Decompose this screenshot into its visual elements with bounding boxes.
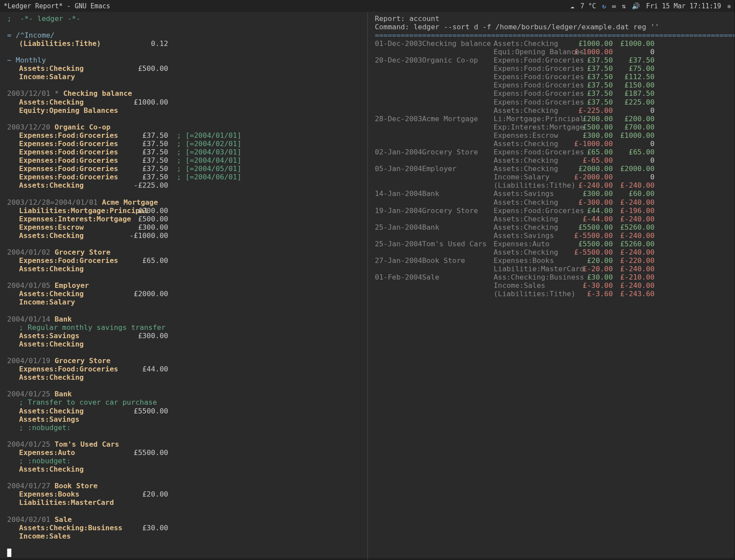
- report-row: (Liabilities:Tithe)£-3.60£-243.60: [375, 290, 731, 298]
- row-amount: £1000.00: [571, 39, 612, 48]
- posting-account: Assets:Checking: [19, 265, 126, 273]
- row-payee: Acme Mortgage: [422, 115, 494, 123]
- row-amount: £-300.00: [571, 198, 612, 206]
- posting-amount: -£225.00: [126, 181, 168, 189]
- row-date: 14-Jan-2004: [375, 189, 418, 198]
- right-pane[interactable]: Report: account Command: ledger --sort d…: [368, 12, 735, 560]
- report-row: Expenses:Escrow£300.00£1000.00: [375, 131, 731, 140]
- row-amount: £37.50: [571, 64, 612, 73]
- row-amount: £-1000.00: [571, 48, 612, 56]
- row-account: Expens:Food:Groceries: [494, 64, 571, 73]
- row-amount: £300.00: [571, 189, 612, 198]
- posting-account: Equity:Opening Balances: [19, 106, 126, 115]
- posting-account: Expenses:Food:Groceries: [19, 156, 126, 164]
- row-amount: £37.50: [571, 56, 612, 64]
- row-account: Assets:Checking: [494, 198, 571, 206]
- posting-amount: £500.00: [126, 215, 168, 223]
- posting-account: Liabilities:Mortgage:Principal: [19, 206, 126, 215]
- posting-account: Assets:Checking: [19, 373, 126, 382]
- txn-date: 2003/12/28=2004/01/01: [7, 198, 98, 206]
- volume-icon[interactable]: 🔊: [632, 2, 640, 10]
- point-cursor: ▮: [7, 549, 11, 557]
- row-date: 01-Dec-2003: [375, 39, 418, 48]
- ledger-report-buffer[interactable]: Report: account Command: ledger --sort d…: [368, 12, 735, 558]
- report-row: Liabilitie:MasterCard£-20.00£-240.00: [375, 265, 731, 273]
- row-amount: £37.50: [571, 73, 612, 81]
- row-amount: £-20.00: [571, 265, 612, 273]
- row-account: Assets:Checking: [494, 106, 571, 115]
- posting-account: Expenses:Food:Groceries: [19, 164, 126, 173]
- report-row: Equi:Opening Balances£-1000.000: [375, 48, 731, 56]
- row-date: 25-Jan-2004: [375, 240, 418, 248]
- row-account: Expens:Food:Groceries: [494, 148, 571, 156]
- txn-date: 2003/12/01: [7, 89, 50, 98]
- row-payee: Book Store: [422, 256, 494, 265]
- posting-amount: £20.00: [126, 490, 168, 498]
- posting-note: ; [=2004/02/01]: [177, 140, 242, 148]
- row-account: Assets:Checking: [494, 140, 571, 148]
- report-row: Assets:Checking£-65.000: [375, 156, 731, 164]
- weather-icon: ☁: [570, 2, 574, 10]
- posting-amount: £65.00: [126, 256, 168, 265]
- row-amount: £-65.00: [571, 156, 612, 164]
- row-account: Expenses:Auto: [494, 240, 571, 248]
- txn-comment: ; :nobudget:: [19, 457, 71, 465]
- row-total: £-240.00: [613, 281, 654, 290]
- row-amount: £37.50: [571, 98, 612, 106]
- clock: Fri 15 Mar 17:11:19: [646, 2, 721, 10]
- row-total: £-240.00: [613, 231, 654, 240]
- row-amount: £-225.00: [571, 106, 612, 115]
- posting-account: (Liabilities:Tithe): [19, 39, 126, 48]
- row-amount: £-44.00: [571, 215, 612, 223]
- row-amount: £-240.00: [571, 181, 612, 189]
- row-account: Ass:Checking:Business: [494, 273, 571, 281]
- row-total: £-220.00: [613, 256, 654, 265]
- row-date: 25-Jan-2004: [375, 223, 418, 231]
- posting-amount: £37.50: [126, 148, 168, 156]
- network-icon[interactable]: ⇅: [622, 2, 626, 10]
- row-account: Expenses:Books: [494, 256, 571, 265]
- row-total: £187.50: [613, 89, 654, 98]
- row-total: £1000.00: [613, 131, 654, 140]
- txn-date: 2003/12/20: [7, 123, 50, 131]
- txn-payee: Grocery Store: [55, 357, 111, 365]
- row-total: 0: [613, 140, 654, 148]
- row-account: Assets:Savings: [494, 231, 571, 240]
- row-amount: £5500.00: [571, 240, 612, 248]
- posting-account: Assets:Checking: [19, 340, 126, 348]
- posting-amount: £37.50: [126, 164, 168, 173]
- posting-amount: £37.50: [126, 131, 168, 140]
- posting-amount: £5500.00: [126, 448, 168, 457]
- row-total: 0: [613, 106, 654, 115]
- posting-account: Assets:Checking:Business: [19, 524, 126, 532]
- row-total: £-240.00: [613, 181, 654, 189]
- row-account: Assets:Checking: [494, 248, 571, 256]
- mail-icon[interactable]: ✉: [612, 2, 616, 10]
- ledger-source-buffer[interactable]: ; -*- ledger -*- = /^Income/ (Liabilitie…: [0, 12, 367, 558]
- row-date: 27-Jan-2004: [375, 256, 418, 265]
- periodic-rule: ~ Monthly: [7, 56, 46, 64]
- posting-account: Assets:Checking: [19, 64, 126, 73]
- posting-amount: £200.00: [126, 206, 168, 215]
- row-total: 0: [613, 48, 654, 56]
- row-total: £37.50: [613, 56, 654, 64]
- txn-date: 2004/01/14: [7, 315, 50, 323]
- row-account: Exp:Interest:Mortgage: [494, 123, 571, 131]
- report-row: (Liabilities:Tithe)£-240.00£-240.00: [375, 181, 731, 189]
- refresh-icon[interactable]: ↻: [602, 2, 606, 10]
- row-amount: £300.00: [571, 131, 612, 140]
- posting-account: Expenses:Escrow: [19, 223, 126, 231]
- row-amount: £-5500.00: [571, 248, 612, 256]
- row-amount: £30.00: [571, 273, 612, 281]
- row-account: Liabilitie:MasterCard: [494, 265, 571, 273]
- settings-icon[interactable]: ✲: [727, 2, 731, 10]
- txn-payee: Bank: [55, 390, 72, 398]
- report-row: 25-Jan-2004 Tom's Used CarsExpenses:Auto…: [375, 240, 731, 248]
- row-account: Expens:Food:Groceries: [494, 73, 571, 81]
- posting-amount: £37.50: [126, 140, 168, 148]
- report-row: Assets:Checking£-225.000: [375, 106, 731, 115]
- report-row: 05-Jan-2004 EmployerAssets:Checking£2000…: [375, 164, 731, 173]
- row-total: £-240.00: [613, 198, 654, 206]
- txn-date: 2004/01/25: [7, 440, 50, 448]
- left-pane[interactable]: ; -*- ledger -*- = /^Income/ (Liabilitie…: [0, 12, 368, 560]
